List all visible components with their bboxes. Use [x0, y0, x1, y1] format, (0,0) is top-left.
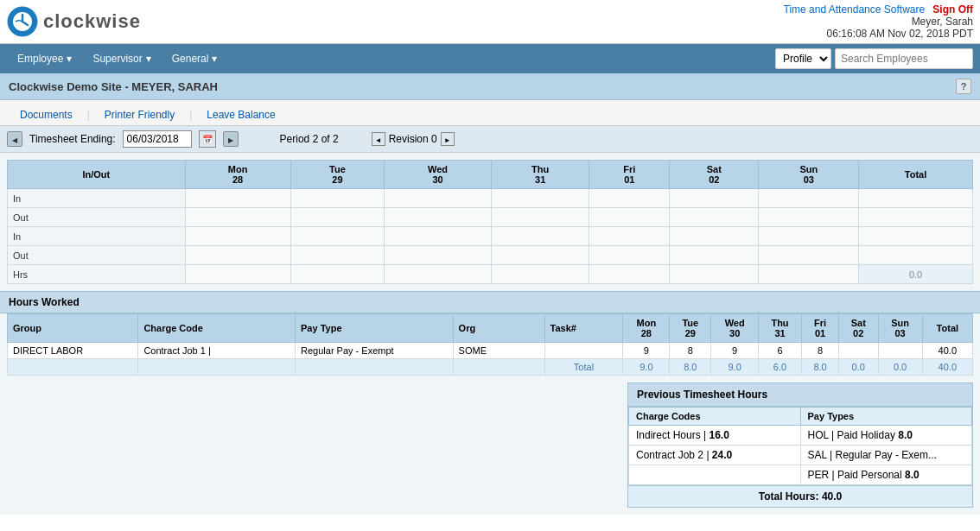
app-name: clockwise	[43, 10, 141, 33]
ts-cell[interactable]	[385, 208, 491, 227]
hw-mon-val: 9	[623, 343, 670, 359]
next-rev-icon	[444, 133, 451, 145]
prev-ts-row-2: Contract Job 2 | 24.0 SAL | Regular Pay …	[629, 446, 972, 465]
ts-cell[interactable]	[290, 246, 385, 265]
ts-cell[interactable]	[670, 246, 759, 265]
hw-sun-val	[878, 343, 922, 359]
total-label: Total Hours:	[759, 490, 819, 503]
ts-cell[interactable]	[491, 189, 589, 208]
ts-cell[interactable]	[589, 227, 670, 246]
hw-tue-29: Tue29	[670, 314, 711, 343]
help-button[interactable]: ?	[956, 79, 971, 94]
ts-cell[interactable]	[290, 208, 385, 227]
tab-documents[interactable]: Documents	[7, 104, 86, 125]
ts-cell[interactable]	[185, 208, 290, 227]
ts-cell[interactable]	[290, 189, 385, 208]
revision-label: Revision 0	[389, 133, 437, 145]
ts-cell	[859, 208, 973, 227]
ts-cell[interactable]	[589, 208, 670, 227]
ts-cell[interactable]	[385, 227, 491, 246]
sign-off-link[interactable]: Sign Off	[932, 3, 973, 16]
pay-type-header: Pay Type	[296, 314, 454, 343]
total-header: Total	[859, 161, 973, 189]
hours-worked-title: Hours Worked	[0, 291, 980, 313]
total-thu: 6.0	[758, 359, 801, 376]
ts-cell[interactable]	[589, 189, 670, 208]
calendar-button[interactable]: 📅	[199, 130, 216, 148]
nav-supervisor[interactable]: Supervisor	[82, 44, 161, 73]
ts-cell[interactable]	[491, 208, 589, 227]
ts-cell[interactable]	[290, 227, 385, 246]
ts-cell[interactable]	[491, 265, 589, 284]
ts-cell[interactable]	[385, 246, 491, 265]
profile-select[interactable]: Profile	[775, 48, 831, 69]
site-header: Clockwise Demo Site - MEYER, SARAH ?	[0, 73, 980, 100]
ts-cell[interactable]	[670, 265, 759, 284]
sal-cell: SAL | Regular Pay - Exem...	[800, 446, 972, 465]
ts-cell[interactable]	[759, 208, 859, 227]
hw-tue-val: 8	[670, 343, 711, 359]
timesheet-ending-label: Timesheet Ending:	[29, 133, 116, 145]
prev-period-button[interactable]	[7, 131, 22, 147]
ts-cell[interactable]	[185, 265, 290, 284]
out-label-1: Out	[8, 208, 186, 227]
fri-01-header: Fri01	[589, 161, 670, 189]
software-link[interactable]: Time and Attendance Software	[784, 3, 926, 16]
ts-cell[interactable]	[185, 227, 290, 246]
indirect-value: 16.0	[709, 429, 729, 441]
ts-cell[interactable]	[385, 189, 491, 208]
charge-code-header: Charge Code	[138, 314, 296, 343]
next-revision-button[interactable]	[441, 132, 455, 146]
hw-total-val: 40.0	[922, 343, 972, 359]
ts-cell[interactable]	[670, 227, 759, 246]
ts-cell[interactable]	[670, 208, 759, 227]
ts-cell[interactable]	[759, 189, 859, 208]
tue-29-header: Tue29	[290, 161, 385, 189]
timesheet-date-input[interactable]	[123, 130, 192, 148]
tab-printer-friendly[interactable]: Printer Friendly	[92, 104, 188, 125]
ts-cell[interactable]	[670, 189, 759, 208]
prev-revision-button[interactable]	[372, 132, 385, 146]
ts-cell[interactable]	[290, 265, 385, 284]
sun-03-header: Sun03	[759, 161, 859, 189]
next-period-button[interactable]	[223, 131, 239, 147]
revision-info: Revision 0	[372, 132, 455, 146]
hol-cell: HOL | Paid Holiday 8.0	[800, 426, 972, 446]
hrs-row: Hrs 0.0	[8, 265, 973, 284]
search-input[interactable]	[835, 48, 973, 69]
nav-employee[interactable]: Employee	[7, 44, 82, 73]
empty-charge-cell	[629, 465, 801, 485]
ts-cell[interactable]	[589, 265, 670, 284]
ts-cell[interactable]	[491, 227, 589, 246]
hw-mon-28: Mon28	[623, 314, 670, 343]
hrs-total: 0.0	[859, 265, 973, 284]
ts-cell	[859, 189, 973, 208]
group-header: Group	[8, 314, 138, 343]
hol-value: 8.0	[898, 429, 913, 441]
user-datetime: Meyer, Sarah 06:16:08 AM Nov 02, 2018 PD…	[784, 16, 974, 40]
bottom-section: Previous Timesheet Hours Charge Codes Pa…	[0, 382, 980, 515]
hw-thu-31: Thu31	[758, 314, 801, 343]
ts-cell[interactable]	[385, 265, 491, 284]
ts-cell	[859, 227, 973, 246]
ts-cell[interactable]	[759, 265, 859, 284]
total-wed: 9.0	[711, 359, 759, 376]
ts-cell[interactable]	[185, 189, 290, 208]
ts-cell[interactable]	[491, 246, 589, 265]
nav-general[interactable]: General	[162, 44, 228, 73]
pay-types-col-header: Pay Types	[800, 408, 972, 426]
ts-cell[interactable]	[759, 246, 859, 265]
hw-thu-val: 6	[758, 343, 801, 359]
total-tue: 8.0	[670, 359, 711, 376]
contract-job2-label: Contract Job 2 |	[636, 449, 712, 461]
totals-label: Total	[544, 359, 623, 376]
ts-cell[interactable]	[589, 246, 670, 265]
clockwise-logo-icon	[7, 6, 38, 37]
main-content: In/Out Mon28 Tue29 Wed30 Thu31 Fri01 Sat…	[0, 153, 980, 515]
pay-type-cell: Regular Pay - Exempt	[296, 343, 454, 359]
ts-cell[interactable]	[759, 227, 859, 246]
ts-cell[interactable]	[185, 246, 290, 265]
hw-wed-30: Wed30	[711, 314, 759, 343]
tab-leave-balance[interactable]: Leave Balance	[194, 104, 288, 125]
prev-ts-table: Charge Codes Pay Types Indirect Hours | …	[628, 407, 972, 485]
